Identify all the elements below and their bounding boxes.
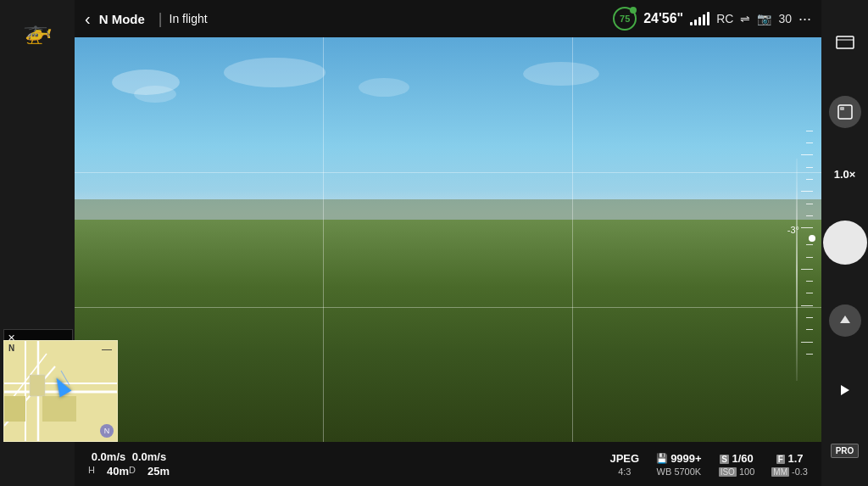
format-value: JPEG	[609, 452, 639, 465]
signal-bar-3	[698, 17, 701, 25]
topbar-right: 75 24'56" RC ⇌ 📷 30 ···	[613, 7, 811, 31]
drone-icon-area: 🚁	[23, 17, 53, 45]
battery-indicator: 75	[613, 7, 637, 31]
signal-bar-5	[707, 12, 709, 25]
top-bar: ‹ N Mode | In flight 75 24'56" RC ⇌ 📷 30…	[75, 0, 821, 37]
remote-icon: ⇌	[740, 12, 750, 25]
signal-bar-4	[703, 14, 705, 25]
right-sidebar: 1.0× PRO	[821, 0, 868, 486]
display-mode-icon	[836, 36, 854, 49]
svg-marker-4	[840, 316, 850, 323]
gallery-button[interactable]	[832, 377, 859, 404]
svg-rect-3	[840, 107, 844, 110]
vertical-speed-value: 0.0m/s	[92, 450, 125, 463]
back-button[interactable]: ‹	[85, 9, 91, 29]
distance-row: D 25m	[129, 465, 170, 478]
minimap[interactable]: N — N	[3, 340, 118, 442]
drone-icon: 🚁	[23, 17, 53, 45]
aperture-stat: F 1.7 MM -0.3	[771, 452, 808, 477]
minimap-north-label: N	[8, 344, 14, 353]
display-mode-button[interactable]	[832, 29, 859, 56]
zoom-value: 1.0×	[834, 168, 856, 181]
focus-icon	[837, 313, 853, 328]
cloud	[224, 58, 326, 87]
ratio-value: 4:3	[618, 466, 631, 477]
flight-timer: 24'56"	[643, 11, 683, 26]
camera-icon: 📷	[757, 12, 771, 25]
distance-value: 25m	[147, 465, 170, 478]
svg-marker-5	[841, 385, 849, 395]
shutter-value: S 1/60	[720, 452, 754, 465]
svg-rect-31	[42, 396, 76, 422]
cloud	[359, 78, 409, 97]
notification-count: 30	[778, 12, 792, 25]
minimap-compass: N	[100, 424, 114, 438]
zoom-control[interactable]: 1.0×	[834, 168, 856, 181]
wb-stat: 💾 9999+ WB 5700K	[656, 452, 702, 477]
focus-button[interactable]	[829, 304, 861, 337]
ground-background	[75, 220, 821, 442]
camera-settings: JPEG 4:3 💾 9999+ WB 5700K S 1/60 ISO 100	[609, 452, 808, 477]
vertical-speed-stat: 0.0m/s H 40m	[88, 450, 129, 478]
svg-rect-29	[30, 375, 45, 396]
svg-rect-30	[4, 396, 25, 422]
distance-label: D	[129, 465, 136, 478]
height-label: H	[88, 465, 95, 478]
play-icon	[837, 383, 853, 398]
mm-value: MM -0.3	[771, 466, 808, 477]
aperture-value: F 1.7	[776, 452, 804, 465]
format-stat: JPEG 4:3	[609, 452, 639, 477]
exposure-line	[796, 159, 798, 381]
bottom-bar: 0.0m/s H 40m 0.0m/s D 25m JPEG 4:3 💾 999…	[75, 442, 821, 486]
horizontal-speed-value: 0.0m/s	[132, 450, 166, 463]
flight-mode-label: N Mode	[99, 12, 145, 26]
more-options-button[interactable]: ···	[798, 10, 811, 28]
storage-icon: 💾	[656, 453, 668, 464]
horizontal-speed-stat: 0.0m/s D 25m	[129, 450, 170, 478]
signal-bar-2	[694, 20, 697, 25]
shutter-stat: S 1/60 ISO 100	[719, 452, 755, 477]
capture-button[interactable]	[823, 221, 867, 265]
iso-value: ISO 100	[719, 466, 755, 477]
cloud	[523, 62, 599, 86]
wb-value: WB 5700K	[657, 466, 702, 477]
svg-rect-0	[837, 36, 854, 48]
signal-bar-1	[690, 22, 693, 25]
height-value: 40m	[107, 465, 129, 478]
rc-label: RC	[716, 12, 733, 25]
minimap-minimize-button[interactable]: —	[102, 344, 112, 355]
camera-view: -3°	[75, 37, 821, 442]
switch-view-icon	[837, 103, 854, 120]
signal-bars	[690, 12, 709, 25]
storage-value: 💾 9999+	[656, 452, 702, 465]
switch-view-button[interactable]	[829, 96, 861, 128]
height-row: H 40m	[88, 465, 129, 478]
divider: |	[159, 10, 163, 28]
flight-status-label: In flight	[170, 12, 208, 25]
pro-mode-button[interactable]: PRO	[831, 444, 860, 458]
